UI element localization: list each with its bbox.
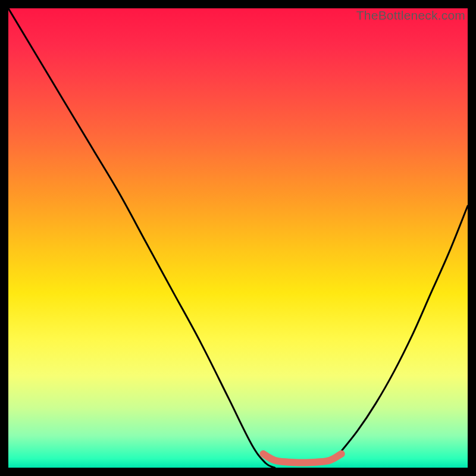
curves-layer — [8, 8, 468, 468]
left-curve — [8, 8, 275, 468]
plot-area: TheBottleneck.com — [8, 8, 468, 468]
chart-frame: TheBottleneck.com — [8, 8, 468, 468]
valley-floor-marker — [264, 454, 342, 463]
watermark-text: TheBottleneck.com — [356, 8, 465, 23]
right-curve — [339, 206, 468, 454]
